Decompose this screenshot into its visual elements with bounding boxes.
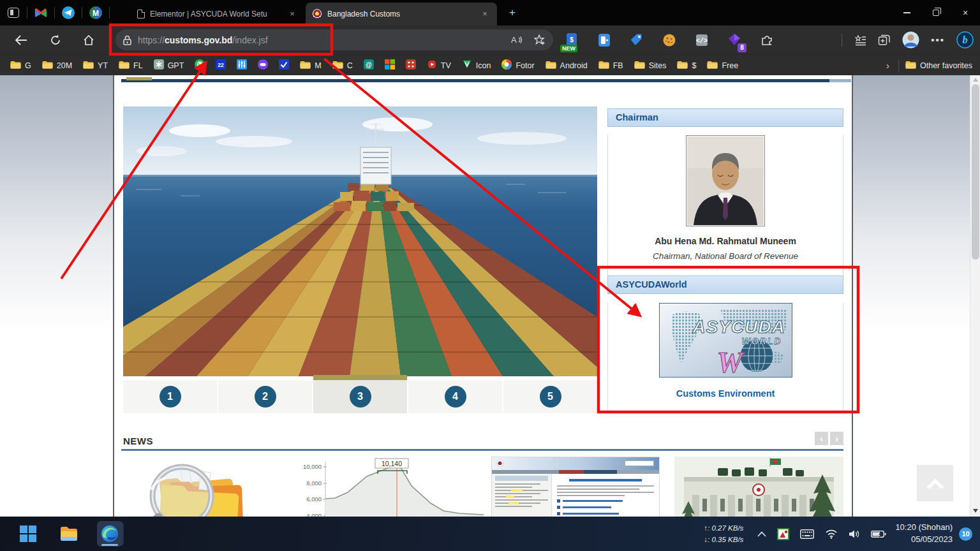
blue-s-extension-icon[interactable]: $NEW (564, 33, 579, 48)
bookmark-blue22[interactable]: 22 (216, 59, 226, 71)
windows-taskbar: ↑: 0.27 KB/s ↓: 0.35 KB/s 10:20 (Shohan)… (0, 517, 980, 551)
cookie-extension-icon[interactable] (662, 33, 677, 48)
bookmark-Fotor[interactable]: Fotor (501, 59, 534, 71)
more-menu-icon[interactable]: ••• (931, 34, 945, 45)
bookmark-YT[interactable]: YT (83, 61, 108, 71)
page-scrollbar[interactable] (970, 75, 980, 517)
bookmark-bluecheck[interactable] (279, 59, 289, 71)
news-next-button[interactable]: › (830, 432, 843, 445)
puzzle-extension-icon[interactable] (759, 33, 775, 48)
taskbar-clock[interactable]: 10:20 (Shohan) 05/05/2023 (895, 522, 953, 546)
bookmark-Icon[interactable]: Icon (462, 59, 491, 71)
bookmark-C[interactable]: C (332, 61, 353, 71)
tab-bangladesh-customs[interactable]: Bangladesh Customs × (306, 3, 497, 26)
bing-discover-icon[interactable]: b (956, 31, 974, 48)
bookmark-mssquares[interactable] (385, 59, 395, 71)
news-thumb-website[interactable] (491, 457, 660, 517)
touch-keyboard-icon[interactable] (800, 529, 814, 539)
bookmark-FL[interactable]: FL (119, 61, 143, 71)
carousel-page-4[interactable]: 4 (408, 380, 502, 413)
bookmark-20M[interactable]: 20M (42, 61, 72, 71)
home-icon[interactable] (79, 31, 98, 50)
edge-taskbar-button[interactable] (97, 521, 122, 547)
speaker-icon[interactable] (849, 529, 860, 539)
asycuda-caption: Customs Environment (608, 388, 843, 399)
bookmark-Android[interactable]: Android (546, 61, 588, 71)
bookmark-FB[interactable]: FB (598, 61, 623, 71)
bookmarks-bar: G20MYTFLGPT22MC@TVIconFotorAndroidFBSite… (0, 54, 980, 75)
refresh-icon[interactable] (46, 31, 65, 50)
carousel-page-1[interactable]: 1 (123, 380, 217, 413)
bookmark-tealp[interactable]: @ (364, 59, 374, 71)
svg-text:b: b (963, 34, 968, 45)
gmail-icon[interactable] (34, 6, 48, 20)
bookmark-reddice[interactable] (406, 59, 416, 71)
scroll-to-top-button[interactable] (917, 465, 953, 501)
bookmark-Sites[interactable]: Sites (634, 61, 667, 71)
new-tab-button[interactable]: + (505, 6, 519, 20)
asycuda-header: ASYCUDAWorld (607, 276, 843, 294)
file-explorer-button[interactable] (56, 521, 82, 547)
sliders-icon (237, 59, 247, 71)
news-thumb-chart[interactable]: 10,000 8,000 6,000 4,000 10,140 (300, 457, 485, 517)
carousel-page-3[interactable]: 3 (313, 380, 407, 413)
minimize-button[interactable] (892, 0, 921, 26)
back-icon[interactable] (11, 31, 31, 50)
extension-badge: 8 (738, 43, 746, 52)
blue-door-extension-icon[interactable] (597, 33, 612, 48)
bookmark-M[interactable]: M (300, 61, 321, 71)
collections-icon[interactable] (854, 34, 866, 46)
netmonitor-tray-icon[interactable] (777, 528, 789, 540)
bookmark-Free[interactable]: Free (707, 61, 738, 71)
price-tag-extension-icon[interactable] (629, 33, 644, 48)
bookmark-whatsapp[interactable] (195, 59, 205, 71)
hero-carousel-image[interactable] (123, 107, 597, 376)
notification-badge[interactable]: 10 (959, 527, 972, 541)
fotor-icon (501, 59, 512, 71)
wifi-icon[interactable] (825, 529, 838, 539)
favorite-star-icon[interactable] (534, 34, 546, 45)
read-aloud-icon[interactable]: A (511, 35, 523, 45)
bookmarks-overflow-icon[interactable]: › (886, 60, 889, 71)
date: 05/05/2023 (895, 534, 953, 546)
start-button[interactable] (15, 521, 41, 547)
site-nav-divider-end (829, 79, 851, 82)
bookmark-label: Android (560, 61, 588, 70)
browser-toolbar: https://customs.gov.bd/index.jsf A $NEW<… (0, 26, 980, 54)
workspaces-icon[interactable] (6, 6, 20, 20)
tab-elementor[interactable]: Elementor | ASYCUDA World Setu × (131, 3, 304, 26)
carousel-page-number: 4 (445, 386, 466, 408)
telegram-icon[interactable] (61, 6, 75, 20)
bookmark-$[interactable]: $ (677, 61, 696, 71)
news-prev-button[interactable]: ‹ (815, 432, 828, 445)
other-favorites[interactable]: Other favorites (905, 61, 972, 71)
bookmark-G[interactable]: G (10, 61, 31, 71)
scrollbar-up-icon[interactable] (973, 78, 978, 82)
profile-avatar[interactable] (902, 31, 919, 48)
scrollbar-down-icon[interactable] (973, 509, 978, 513)
asycuda-world-logo[interactable]: ASYCUDA WORLD W (659, 303, 792, 378)
tab-close-icon[interactable]: × (479, 8, 491, 20)
restore-button[interactable] (921, 0, 951, 26)
svg-text:</>: </> (696, 38, 708, 45)
bookmark-GPT[interactable]: GPT (154, 59, 184, 71)
tray-chevron-up-icon[interactable] (757, 531, 766, 537)
code-extension-icon[interactable]: </> (694, 33, 709, 48)
news-thumb-building[interactable] (674, 457, 843, 517)
bookmark-purplecam[interactable] (258, 59, 268, 71)
profile-m-icon[interactable]: M (89, 6, 103, 20)
news-thumb-folders[interactable] (123, 457, 283, 517)
carousel-page-2[interactable]: 2 (218, 380, 312, 413)
carousel-page-5[interactable]: 5 (503, 380, 597, 413)
scrollbar-thumb[interactable] (972, 84, 979, 260)
battery-icon[interactable] (871, 530, 886, 538)
multi-window-icon[interactable] (878, 34, 891, 46)
bookmark-sliders[interactable] (237, 59, 247, 71)
close-button[interactable]: × (951, 0, 980, 26)
address-bar[interactable]: https://customs.gov.bd/index.jsf A (115, 29, 553, 50)
tab-close-icon[interactable]: × (286, 8, 298, 20)
purplecam-icon (258, 59, 268, 71)
screen: M Elementor | ASYCUDA World Setu × Bangl… (0, 0, 980, 551)
purple-ribbon-extension-icon[interactable]: 8 (727, 33, 742, 48)
bookmark-TV[interactable]: TV (427, 59, 451, 71)
